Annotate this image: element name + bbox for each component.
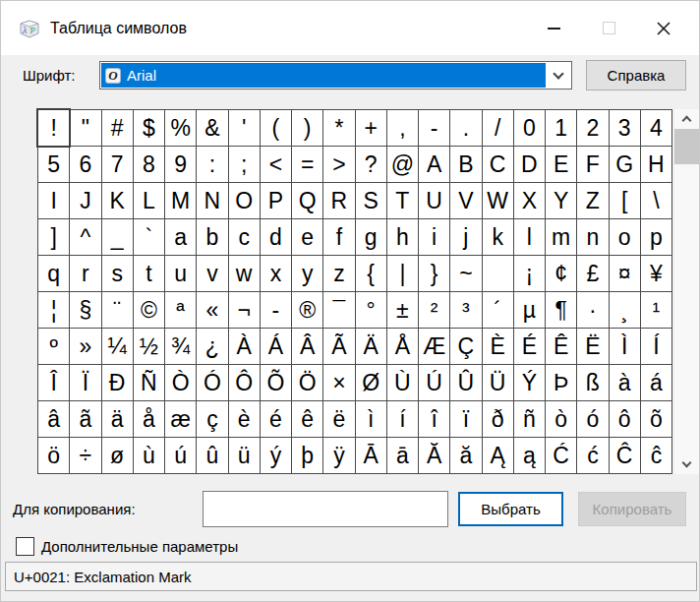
char-cell[interactable]: d bbox=[261, 219, 291, 255]
char-cell[interactable]: 2 bbox=[577, 110, 608, 146]
char-cell[interactable]: û bbox=[197, 438, 227, 473]
char-cell[interactable]: D bbox=[514, 147, 545, 182]
char-cell[interactable]: Ä bbox=[356, 329, 386, 364]
char-cell[interactable]: N bbox=[197, 183, 227, 218]
char-cell[interactable]: ą bbox=[514, 438, 545, 473]
char-cell[interactable]: ¬ bbox=[229, 292, 260, 328]
char-cell[interactable]: ® bbox=[292, 292, 322, 328]
char-cell[interactable]: 1 bbox=[546, 110, 576, 146]
char-cell[interactable]: î bbox=[419, 401, 449, 437]
char-cell[interactable]: 9 bbox=[165, 147, 196, 182]
scrollbar-track[interactable] bbox=[674, 128, 699, 455]
char-cell[interactable]: Ā bbox=[356, 438, 386, 473]
char-cell[interactable]: þ bbox=[292, 438, 322, 473]
help-button[interactable]: Справка bbox=[586, 60, 686, 90]
char-cell[interactable]: Æ bbox=[419, 329, 449, 364]
char-cell[interactable]: ù bbox=[134, 438, 164, 473]
char-cell[interactable]: R bbox=[323, 183, 354, 218]
char-cell[interactable]: Ã bbox=[323, 329, 354, 364]
char-cell[interactable]: 4 bbox=[641, 110, 671, 146]
char-cell[interactable]: 8 bbox=[134, 147, 164, 182]
char-cell[interactable]: k bbox=[483, 219, 513, 255]
char-cell[interactable]: l bbox=[514, 219, 545, 255]
char-cell[interactable]: ä bbox=[102, 401, 133, 437]
char-cell[interactable]: Â bbox=[292, 329, 322, 364]
char-cell[interactable]: G bbox=[610, 147, 640, 182]
char-cell[interactable]: ½ bbox=[134, 329, 164, 364]
char-cell[interactable]: [ bbox=[610, 183, 640, 218]
char-cell[interactable]: M bbox=[165, 183, 196, 218]
char-cell[interactable]: W bbox=[483, 183, 513, 218]
char-cell[interactable]: Ĉ bbox=[610, 438, 640, 473]
char-cell[interactable]: _ bbox=[102, 219, 133, 255]
char-cell[interactable]: ; bbox=[229, 147, 260, 182]
char-cell[interactable]: Ò bbox=[165, 365, 196, 400]
char-cell[interactable]: ì bbox=[356, 401, 386, 437]
char-cell[interactable]: i bbox=[419, 219, 449, 255]
char-cell[interactable]: £ bbox=[577, 256, 608, 291]
char-cell[interactable]: & bbox=[197, 110, 227, 146]
char-cell[interactable]: t bbox=[134, 256, 164, 291]
char-cell[interactable]: ß bbox=[577, 365, 608, 400]
select-button[interactable]: Выбрать bbox=[458, 492, 563, 526]
char-cell[interactable]: s bbox=[102, 256, 133, 291]
font-combobox-dropdown-arrow[interactable] bbox=[546, 62, 571, 89]
char-cell[interactable]: í bbox=[387, 401, 418, 437]
char-cell[interactable]: Ê bbox=[546, 329, 576, 364]
char-cell[interactable]: - bbox=[419, 110, 449, 146]
char-cell[interactable]: è bbox=[229, 401, 260, 437]
char-cell[interactable]: ) bbox=[292, 110, 322, 146]
char-cell[interactable]: b bbox=[197, 219, 227, 255]
char-cell[interactable]: Ú bbox=[419, 365, 449, 400]
char-cell[interactable]: Å bbox=[387, 329, 418, 364]
char-cell[interactable]: ć bbox=[577, 438, 608, 473]
char-cell[interactable]: « bbox=[197, 292, 227, 328]
grid-scrollbar[interactable] bbox=[674, 109, 699, 474]
char-cell[interactable]: ð bbox=[483, 401, 513, 437]
char-cell[interactable]: ĉ bbox=[641, 438, 671, 473]
char-cell[interactable]: ü bbox=[229, 438, 260, 473]
char-cell[interactable]: ¸ bbox=[610, 292, 640, 328]
char-cell[interactable]: x bbox=[261, 256, 291, 291]
char-cell[interactable]: p bbox=[641, 219, 671, 255]
char-cell[interactable]: ÷ bbox=[70, 438, 100, 473]
scrollbar-thumb[interactable] bbox=[674, 129, 699, 164]
char-cell[interactable]: Z bbox=[577, 183, 608, 218]
char-cell[interactable]: Î bbox=[38, 365, 69, 400]
char-cell[interactable]: 0 bbox=[514, 110, 545, 146]
char-cell[interactable]: P bbox=[261, 183, 291, 218]
char-cell[interactable]: Ą bbox=[483, 438, 513, 473]
char-cell[interactable]: ¢ bbox=[546, 256, 576, 291]
char-cell[interactable]: Ù bbox=[387, 365, 418, 400]
char-cell[interactable]: Ć bbox=[546, 438, 576, 473]
char-cell[interactable]: ¯ bbox=[323, 292, 354, 328]
font-combobox[interactable]: O Arial bbox=[99, 61, 572, 90]
char-cell[interactable]: : bbox=[197, 147, 227, 182]
char-cell[interactable]: × bbox=[323, 365, 354, 400]
char-cell[interactable]: X bbox=[514, 183, 545, 218]
char-cell[interactable]: , bbox=[387, 110, 418, 146]
char-cell[interactable]: 6 bbox=[70, 147, 100, 182]
char-cell[interactable]: c bbox=[229, 219, 260, 255]
char-cell[interactable]: u bbox=[165, 256, 196, 291]
char-cell[interactable]: Q bbox=[292, 183, 322, 218]
char-cell[interactable]: ô bbox=[610, 401, 640, 437]
char-cell[interactable]: z bbox=[323, 256, 354, 291]
char-cell[interactable]: Û bbox=[450, 365, 481, 400]
char-cell[interactable]: ! bbox=[38, 110, 69, 146]
char-cell[interactable]: ] bbox=[38, 219, 69, 255]
char-cell[interactable]: Ă bbox=[419, 438, 449, 473]
char-cell[interactable]: @ bbox=[387, 147, 418, 182]
char-cell[interactable]: o bbox=[610, 219, 640, 255]
char-cell[interactable]: à bbox=[610, 365, 640, 400]
char-cell[interactable]: . bbox=[450, 110, 481, 146]
char-cell[interactable]: < bbox=[261, 147, 291, 182]
char-cell[interactable]: ă bbox=[450, 438, 481, 473]
char-cell[interactable]: § bbox=[70, 292, 100, 328]
char-cell[interactable]: % bbox=[165, 110, 196, 146]
char-cell[interactable]: ? bbox=[356, 147, 386, 182]
char-cell[interactable]: ¹ bbox=[641, 292, 671, 328]
char-cell[interactable]: O bbox=[229, 183, 260, 218]
char-cell[interactable]: ¿ bbox=[197, 329, 227, 364]
char-cell[interactable]: ¶ bbox=[546, 292, 576, 328]
